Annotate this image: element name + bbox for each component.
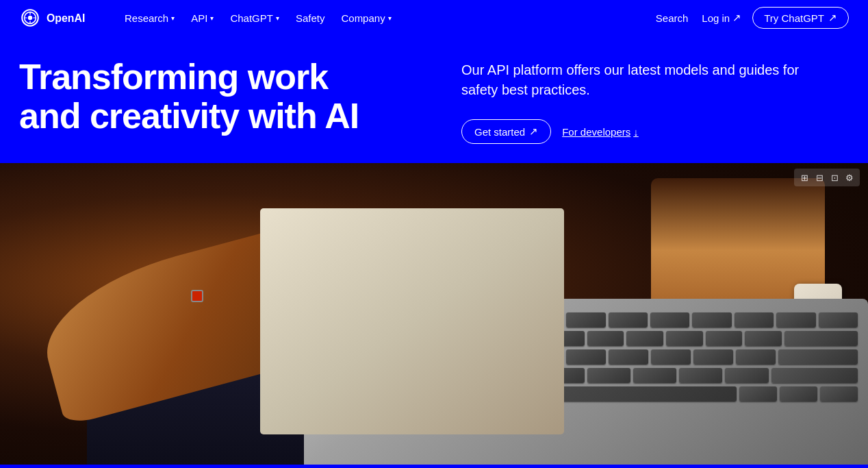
toolbar-icon-3[interactable]: ⊡	[828, 171, 841, 184]
hero-description: Our API platform offers our latest model…	[461, 60, 817, 100]
login-link[interactable]: Log in ↗	[702, 12, 741, 24]
nav-safety[interactable]: Safety	[289, 8, 332, 28]
chevron-down-icon: ▾	[210, 14, 214, 22]
main-nav: OpenAI Research ▾ API ▾ ChatGPT ▾ Safety…	[0, 0, 868, 36]
get-started-button[interactable]: Get started ↗	[461, 119, 551, 144]
search-button[interactable]: Search	[653, 8, 691, 28]
try-chatgpt-button[interactable]: Try ChatGPT ↗	[752, 7, 849, 29]
hero-headline: Transforming work and creativity with AI	[19, 58, 375, 136]
toolbar-settings-icon[interactable]: ⚙	[843, 171, 856, 184]
nav-research[interactable]: Research ▾	[118, 8, 181, 28]
hero-content-area: Our API platform offers our latest model…	[434, 58, 849, 144]
hero-image	[0, 163, 868, 465]
for-developers-button[interactable]: For developers ↓	[562, 126, 639, 138]
toolbar-icon-2[interactable]: ⊟	[813, 171, 826, 184]
toolbar-icon-1[interactable]: ⊞	[798, 171, 810, 184]
nav-links: Research ▾ API ▾ ChatGPT ▾ Safety Compan…	[118, 8, 653, 28]
hero-buttons: Get started ↗ For developers ↓	[461, 119, 849, 144]
nav-api[interactable]: API ▾	[184, 8, 220, 28]
svg-text:OpenAI: OpenAI	[47, 12, 85, 24]
chevron-down-icon: ▾	[276, 14, 279, 22]
chevron-down-icon: ▾	[388, 14, 392, 22]
hero-headline-area: Transforming work and creativity with AI	[19, 58, 434, 136]
image-section: ⊞ ⊟ ⊡ ⚙	[0, 163, 868, 465]
nav-company[interactable]: Company ▾	[334, 8, 398, 28]
chevron-down-icon: ▾	[171, 14, 175, 22]
image-toolbar: ⊞ ⊟ ⊡ ⚙	[794, 169, 860, 186]
nav-chatgpt[interactable]: ChatGPT ▾	[223, 8, 286, 28]
logo-link[interactable]: OpenAI	[19, 7, 96, 29]
hero-section: Transforming work and creativity with AI…	[0, 36, 868, 163]
nav-right: Search Log in ↗ Try ChatGPT ↗	[653, 7, 849, 29]
svg-point-0	[28, 16, 32, 20]
